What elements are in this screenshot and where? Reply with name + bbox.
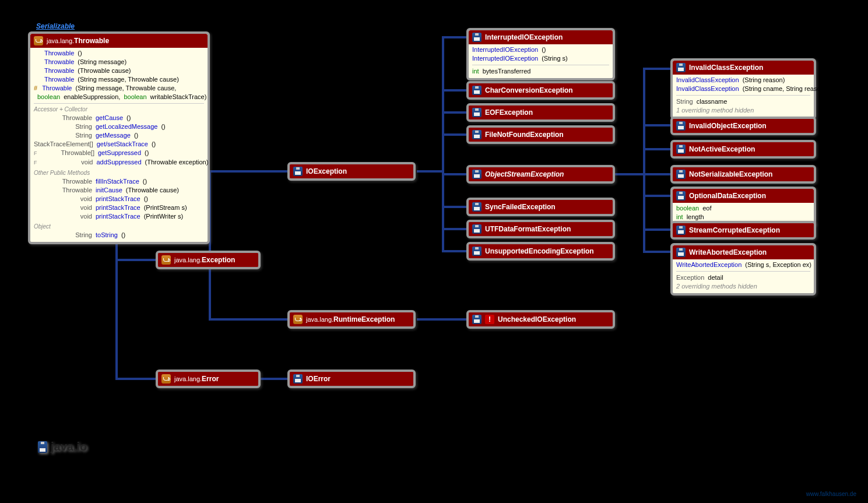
class-notserializableexception: NotSerializableException	[670, 165, 816, 184]
footer-link[interactable]: www.falkhausen.de	[806, 491, 856, 497]
class-invalidobjectexception: InvalidObjectException	[670, 117, 816, 135]
class-eofexception: EOFException	[466, 103, 615, 122]
throwable-body: Throwable() Throwable(String message) Th…	[30, 48, 208, 242]
class-interruptedioexception: InterruptedIOException InterruptedIOExce…	[466, 28, 615, 80]
disk-icon	[676, 170, 686, 179]
class-notactiveexception: NotActiveException	[670, 140, 816, 159]
disk-icon	[472, 130, 482, 139]
disk-icon	[676, 191, 686, 201]
serializable-link[interactable]: Serializable	[36, 22, 75, 30]
class-icon	[161, 255, 171, 265]
class-invalidclassexception: InvalidClassException InvalidClassExcept…	[670, 58, 816, 119]
class-unsupportedencodingexception: UnsupportedEncodingException	[466, 242, 615, 261]
class-writeabortedexception: WriteAbortedException WriteAbortedExcept…	[670, 243, 816, 296]
class-objectstreamexception: ObjectStreamException	[466, 165, 615, 184]
disk-icon	[472, 108, 482, 117]
class-ioerror: IOError	[287, 370, 416, 388]
disk-icon	[293, 374, 303, 384]
class-runtimeexception: java.lang.RuntimeException	[287, 310, 416, 329]
class-exception: java.lang.Exception	[156, 251, 261, 269]
class-throwable: java.lang.Throwable Throwable() Throwabl…	[28, 31, 210, 244]
class-syncfailedexception: SyncFailedException	[466, 198, 615, 216]
disk-icon	[472, 202, 482, 212]
disk-icon	[676, 145, 686, 154]
package-label: java.io	[38, 440, 87, 453]
class-icon	[161, 374, 171, 384]
class-error: java.lang.Error	[156, 370, 261, 388]
class-uncheckedioexception: !UncheckedIOException	[466, 310, 615, 329]
class-icon	[34, 36, 43, 45]
class-ioexception: IOException	[287, 162, 416, 181]
disk-icon	[472, 247, 482, 256]
disk-icon	[472, 315, 482, 324]
class-utfdataformatexception: UTFDataFormatException	[466, 220, 615, 238]
bang-icon: !	[485, 315, 494, 324]
disk-icon	[676, 121, 686, 131]
class-charconversionexception: CharConversionException	[466, 81, 615, 100]
disk-icon	[676, 248, 686, 257]
disk-icon	[676, 226, 686, 235]
class-icon	[293, 315, 303, 324]
disk-icon	[293, 167, 303, 176]
class-filenotfoundexception: FileNotFoundException	[466, 125, 615, 144]
class-optionaldataexception: OptionalDataException booleaneof intleng…	[670, 187, 816, 226]
disk-icon	[472, 33, 482, 42]
disk-icon	[472, 86, 482, 95]
disk-icon	[472, 224, 482, 234]
class-streamcorruptedexception: StreamCorruptedException	[670, 221, 816, 240]
disk-icon	[676, 63, 686, 72]
disk-icon	[38, 441, 47, 453]
disk-icon	[472, 170, 482, 179]
